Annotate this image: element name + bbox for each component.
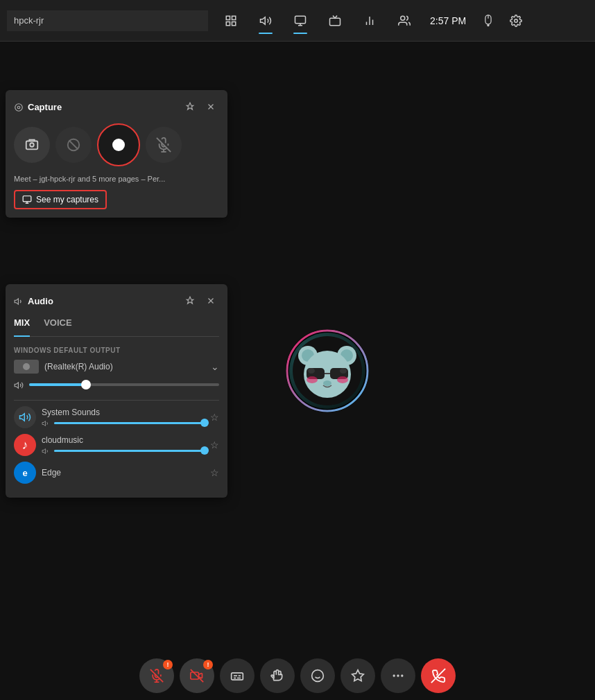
window-title: hpck-rjr	[14, 15, 44, 26]
capture-pin-button[interactable]	[182, 98, 198, 115]
audio-panel-title: Audio	[14, 295, 53, 306]
edge-star[interactable]: ☆	[210, 467, 219, 478]
edge-icon: e	[14, 462, 36, 484]
display-icon-btn[interactable]	[319, 5, 351, 37]
see-captures-button[interactable]: See my captures	[14, 190, 107, 209]
svg-line-39	[69, 141, 78, 150]
svg-rect-36	[26, 141, 38, 150]
capture-close-button[interactable]	[202, 98, 219, 115]
group-icon-btn[interactable]	[388, 5, 420, 37]
svg-point-32	[17, 106, 20, 109]
svg-rect-1	[232, 16, 236, 19]
system-sounds-vol-icon	[42, 419, 50, 428]
svg-marker-50	[20, 414, 25, 421]
audio-device-row: (Realtek(R) Audio) ⌄	[14, 360, 219, 374]
avatar	[289, 333, 365, 409]
avatar-container	[286, 329, 369, 412]
audio-title-text: Audio	[28, 296, 53, 306]
system-sounds-thumb[interactable]	[200, 419, 209, 427]
svg-point-12	[401, 16, 405, 20]
system-sounds-slider[interactable]	[54, 422, 205, 424]
svg-rect-0	[226, 16, 230, 19]
svg-point-16	[515, 19, 518, 22]
audio-device-left: (Realtek(R) Audio)	[14, 360, 113, 374]
cloudmusic-thumb[interactable]	[200, 446, 209, 455]
system-sounds-row: System Sounds ☆	[14, 406, 219, 428]
svg-point-27	[308, 368, 315, 374]
settings-icon[interactable]	[503, 8, 528, 33]
bottom-bar: ! !	[0, 651, 595, 700]
svg-rect-2	[226, 21, 230, 25]
capture-panel-actions	[182, 98, 219, 115]
audio-title-icon	[14, 295, 24, 306]
tab-mix[interactable]: MIX	[14, 317, 30, 332]
mouse-icon	[476, 8, 501, 33]
cloudmusic-row: ♪ cloudmusic	[14, 434, 219, 456]
device-dropdown-arrow[interactable]: ⌄	[211, 361, 219, 372]
audio-panel-actions	[182, 292, 219, 309]
system-sounds-star[interactable]: ☆	[210, 412, 219, 423]
device-name: (Realtek(R) Audio)	[44, 362, 113, 371]
video-badge: !	[203, 660, 213, 670]
svg-point-33	[15, 104, 23, 112]
svg-rect-3	[232, 21, 236, 25]
capture-panel: Capture	[6, 90, 227, 218]
svg-point-68	[402, 675, 403, 676]
screenshot-button[interactable]	[14, 127, 50, 163]
captions-button[interactable]	[220, 658, 255, 693]
svg-point-69	[393, 675, 395, 676]
audio-panel-header: Audio	[14, 292, 219, 309]
tab-voice[interactable]: VOICE	[44, 317, 71, 332]
cloudmusic-icon: ♪	[14, 434, 36, 456]
svg-rect-43	[23, 196, 31, 202]
grid-icon-btn[interactable]	[215, 5, 247, 37]
cloudmusic-star[interactable]: ☆	[210, 439, 219, 450]
record-button[interactable]	[97, 123, 140, 166]
audio-close-button[interactable]	[202, 292, 219, 309]
svg-marker-51	[42, 421, 46, 426]
capture-icons-row	[14, 123, 219, 166]
master-volume-row	[14, 379, 219, 390]
audio-panel: Audio MIX VOICE WINDOWS DEFAULT OUTPUT	[6, 284, 227, 498]
system-sounds-vol-row	[42, 419, 205, 428]
window-title-bar: hpck-rjr	[7, 10, 208, 31]
system-sounds-icon	[14, 406, 36, 428]
svg-point-28	[340, 368, 347, 374]
cloudmusic-vol-icon	[42, 446, 50, 455]
system-sounds-info: System Sounds	[42, 408, 205, 428]
svg-line-56	[191, 670, 203, 682]
audio-pin-button[interactable]	[182, 292, 198, 309]
mic-badge: !	[163, 660, 173, 670]
svg-marker-49	[15, 383, 18, 388]
master-volume-thumb[interactable]	[81, 380, 91, 390]
svg-marker-4	[261, 17, 266, 24]
mic-disabled-button[interactable]	[146, 127, 182, 163]
capture-title-text: Capture	[28, 102, 62, 112]
svg-rect-5	[295, 16, 306, 24]
edge-name: Edge	[42, 468, 205, 478]
audio-tabs: MIX VOICE	[14, 317, 219, 337]
svg-marker-46	[15, 299, 18, 304]
master-volume-slider[interactable]	[29, 383, 219, 386]
device-icon	[14, 360, 39, 374]
cloudmusic-slider[interactable]	[54, 450, 205, 452]
capture-subtitle: Meet – jgt-hpck-rjr and 5 more pages – P…	[14, 175, 219, 183]
emoji-button[interactable]	[300, 658, 335, 693]
svg-point-37	[30, 143, 34, 147]
chart-icon-btn[interactable]	[354, 5, 386, 37]
end-call-button[interactable]	[421, 658, 456, 693]
audio-section-label: WINDOWS DEFAULT OUTPUT	[14, 347, 219, 354]
svg-marker-66	[352, 670, 364, 681]
monitor-icon-btn[interactable]	[284, 5, 316, 37]
present-button[interactable]	[340, 658, 375, 693]
divider-1	[14, 400, 219, 401]
raise-hand-button[interactable]	[260, 658, 295, 693]
capture-panel-title: Capture	[14, 101, 62, 112]
mute-video-button[interactable]: !	[180, 658, 214, 693]
svg-marker-52	[42, 448, 46, 453]
svg-point-29	[307, 376, 318, 383]
volume-icon-btn[interactable]	[250, 5, 282, 37]
svg-point-30	[337, 376, 348, 383]
more-options-button[interactable]	[381, 658, 415, 693]
mute-mic-button[interactable]: !	[139, 658, 174, 693]
